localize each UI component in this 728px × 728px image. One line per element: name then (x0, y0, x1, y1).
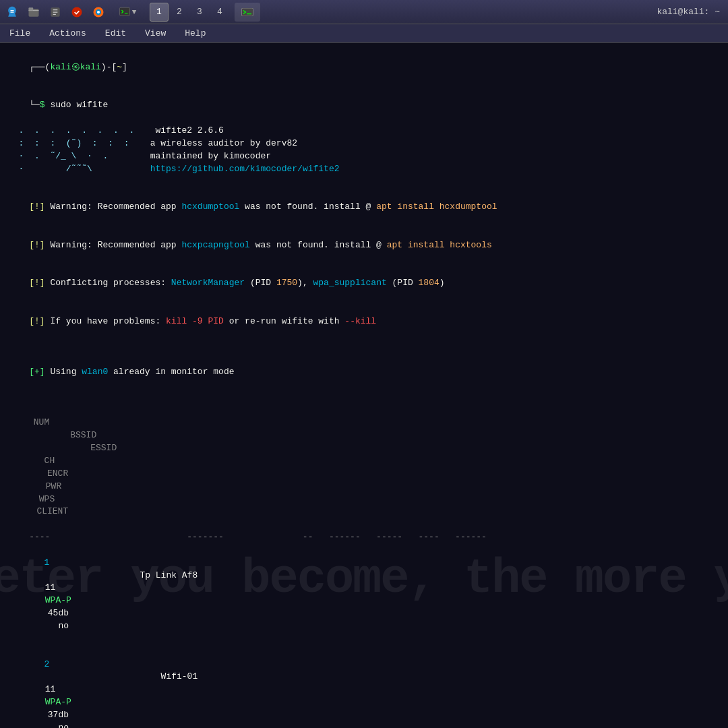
workspace-numbers: 1 2 3 4 (150, 3, 229, 22)
warning-4: [!] If you have problems: kill -9 PID or… (8, 303, 720, 341)
command-line-1: └─$ sudo wifite (8, 87, 720, 125)
banner-line-1: . . . . . . . . wifite2 2.6.6 (8, 125, 720, 138)
warning-3: [!] Conflicting processes: NetworkManage… (8, 264, 720, 303)
terminal-window[interactable]: "the quieter you become, the more y ┌──(… (0, 43, 728, 728)
svg-rect-1 (29, 7, 34, 10)
blank-1 (8, 175, 720, 188)
table-header: NUM BSSID ESSID CH ENCR PWR WPS CLIENT (8, 404, 720, 531)
svg-rect-8 (241, 8, 253, 16)
user-host-display: kali@kali: ~ (657, 7, 725, 17)
svg-rect-7 (119, 7, 129, 16)
monitor-line: [+] Using wlan0 already in monitor mode (8, 353, 720, 392)
active-terminal-tab[interactable] (235, 3, 260, 22)
file-manager-icon[interactable] (24, 3, 43, 22)
prompt-line-1: ┌──(kali㉿kali)-[~] (8, 49, 720, 87)
menubar: File Actions Edit View Help (0, 24, 728, 43)
workspace-4[interactable]: 4 (210, 3, 229, 22)
blank-3 (8, 392, 720, 404)
svg-point-6 (97, 10, 100, 13)
banner-line-3: · . ˜/_ \ · . maintained by kimocoder (8, 150, 720, 163)
menu-view[interactable]: View (141, 27, 170, 40)
menu-file[interactable]: File (5, 27, 34, 40)
menu-help[interactable]: Help (181, 27, 210, 40)
workspace-1[interactable]: 1 (150, 3, 169, 22)
banner-line-2: : : : (˜) : : : a wireless auditor by de… (8, 138, 720, 150)
svg-point-3 (72, 7, 82, 17)
terminal-icon[interactable]: ▼ (111, 3, 144, 22)
taskbar: ▼ 1 2 3 4 kali@kali: ~ (0, 0, 728, 24)
table-divider: ---- ------- -- ------ ----- ---- ------ (8, 531, 720, 544)
files-icon[interactable] (46, 3, 65, 22)
workspace-2[interactable]: 2 (170, 3, 189, 22)
blank-2 (8, 340, 720, 353)
security-icon[interactable] (67, 3, 86, 22)
network-row-1: 1 Tp Link Af8 11 WPA-P 45db no (8, 544, 720, 646)
warning-1: [!] Warning: Recommended app hcxdumptool… (8, 188, 720, 226)
kali-icon[interactable] (3, 3, 22, 22)
menu-edit[interactable]: Edit (101, 27, 130, 40)
menu-actions[interactable]: Actions (45, 27, 90, 40)
warning-2: [!] Warning: Recommended app hcxpcapngto… (8, 226, 720, 265)
firefox-icon[interactable] (89, 3, 108, 22)
banner-line-4: · /˜˜˜\ https://github.com/kimocoder/wif… (8, 163, 720, 176)
network-row-2: 2 Wifi-01 11 WPA-P 37db no (8, 646, 720, 728)
workspace-3[interactable]: 3 (190, 3, 209, 22)
